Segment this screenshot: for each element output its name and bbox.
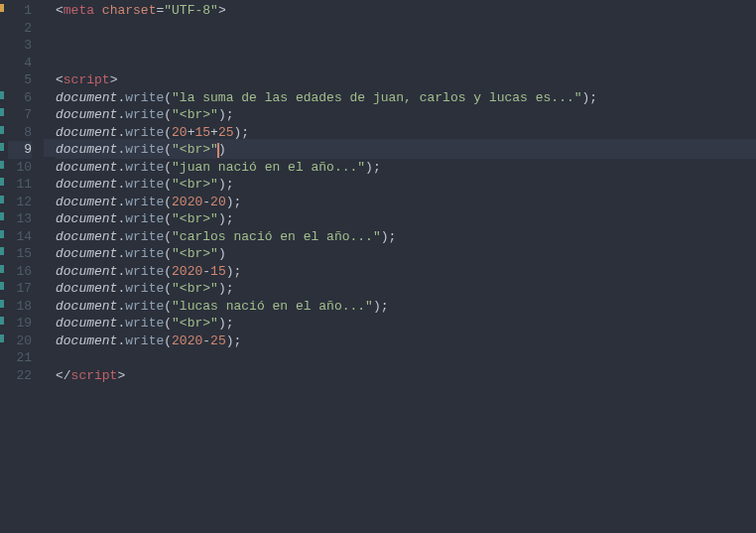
token-string: "<br>" — [172, 246, 218, 261]
line-numbers: 12345678910111213141516171819202122 — [8, 2, 32, 384]
line-number: 19 — [8, 315, 32, 333]
token-punct: ); — [226, 195, 242, 209]
token-string: "<br>" — [172, 211, 218, 226]
token-punct: ( — [164, 316, 172, 331]
text-cursor — [217, 143, 219, 158]
token-ident: document — [56, 125, 117, 140]
token-ident: document — [56, 264, 117, 279]
code-area[interactable]: <meta charset="UTF-8"><script>document.w… — [44, 0, 756, 533]
code-line[interactable]: document.write("carlos nació en el año..… — [56, 228, 756, 246]
token-punct: > — [218, 3, 226, 18]
token-number: 25 — [218, 125, 234, 140]
token-punct: ( — [164, 281, 172, 296]
line-number: 7 — [8, 106, 32, 124]
line-number: 20 — [8, 333, 32, 350]
gutter-mark — [0, 317, 4, 325]
code-line[interactable]: document.write("juan nació en el año..."… — [56, 159, 756, 177]
code-line[interactable]: document.write("<br>"); — [56, 106, 756, 124]
token-op: - — [202, 264, 210, 279]
code-line[interactable]: document.write(2020-20); — [56, 194, 756, 211]
token-method: write — [125, 281, 164, 296]
token-punct: ); — [234, 125, 250, 140]
token-method: write — [125, 177, 164, 192]
code-line[interactable]: document.write("<br>") — [56, 141, 756, 159]
token-string: "lucas nació en el año..." — [172, 299, 373, 314]
gutter-mark — [0, 282, 4, 290]
token-tag: script — [63, 72, 110, 87]
line-number: 3 — [8, 37, 32, 55]
gutter-mark — [0, 143, 4, 151]
token-punct: ); — [365, 160, 381, 175]
gutter-mark — [0, 300, 4, 308]
token-punct: ); — [381, 229, 397, 244]
token-number: 20 — [210, 195, 226, 209]
code-line[interactable]: document.write("<br>"); — [56, 176, 756, 194]
token-punct: ); — [218, 177, 234, 192]
token-tag: script — [71, 368, 118, 383]
token-method: write — [125, 125, 164, 140]
code-line[interactable]: document.write(2020-25); — [56, 333, 756, 350]
code-line[interactable]: document.write(20+15+25); — [56, 124, 756, 142]
line-gutter: 12345678910111213141516171819202122 — [0, 0, 44, 533]
code-line[interactable] — [56, 55, 756, 72]
token-method: write — [125, 90, 164, 105]
line-number: 9 — [8, 141, 32, 159]
code-line[interactable]: document.write("<br>"); — [56, 210, 756, 228]
token-punct: ( — [164, 229, 172, 244]
token-number: 20 — [172, 125, 188, 140]
gutter-mark — [0, 108, 4, 116]
token-ident: document — [56, 177, 117, 192]
line-number: 1 — [8, 2, 32, 20]
code-line[interactable]: <meta charset="UTF-8"> — [56, 2, 756, 20]
token-punct: ); — [373, 299, 389, 314]
token-string: "carlos nació en el año..." — [172, 229, 381, 244]
token-punct: ); — [226, 333, 242, 348]
token-punct: ( — [164, 333, 172, 348]
code-line[interactable] — [56, 349, 756, 367]
code-line[interactable]: document.write(2020-15); — [56, 263, 756, 281]
code-editor[interactable]: 12345678910111213141516171819202122 <met… — [0, 0, 756, 533]
token-attr: charset — [102, 3, 157, 18]
code-line[interactable]: document.write("la suma de las edades de… — [56, 89, 756, 107]
token-method: write — [125, 316, 164, 331]
token-op: - — [202, 333, 210, 348]
line-number: 6 — [8, 89, 32, 107]
token-punct: ); — [218, 107, 234, 122]
token-method: write — [125, 195, 164, 209]
gutter-mark — [0, 334, 4, 342]
token-ident: document — [56, 246, 117, 261]
code-line[interactable]: </script> — [56, 367, 756, 385]
token-ident: document — [56, 142, 117, 157]
token-punct: ( — [164, 211, 172, 226]
line-number: 2 — [8, 20, 32, 38]
line-number: 5 — [8, 71, 32, 89]
token-punct: ); — [582, 90, 598, 105]
token-punct: > — [110, 72, 118, 87]
token-ident: document — [56, 281, 117, 296]
token-ident: document — [56, 211, 117, 226]
line-number: 17 — [8, 280, 32, 298]
token-method: write — [125, 142, 164, 157]
code-line[interactable]: document.write("<br>") — [56, 245, 756, 263]
line-number: 18 — [8, 298, 32, 316]
token-punct: > — [117, 368, 125, 383]
token-punct: ( — [164, 195, 172, 209]
token-method: write — [125, 160, 164, 175]
token-method: write — [125, 333, 164, 348]
token-punct: ); — [218, 281, 234, 296]
code-line[interactable] — [56, 37, 756, 55]
token-punct: ) — [218, 142, 226, 157]
token-ident: document — [56, 107, 117, 122]
code-line[interactable]: <script> — [56, 71, 756, 89]
code-line[interactable]: document.write("<br>"); — [56, 315, 756, 333]
token-method: write — [125, 107, 164, 122]
line-number: 15 — [8, 245, 32, 263]
token-string: "<br>" — [172, 177, 218, 192]
code-line[interactable] — [56, 20, 756, 38]
token-punct — [94, 3, 102, 18]
code-line[interactable]: document.write("<br>"); — [56, 280, 756, 298]
code-line[interactable]: document.write("lucas nació en el año...… — [56, 298, 756, 316]
gutter-mark — [0, 196, 4, 203]
line-number: 16 — [8, 263, 32, 281]
token-punct: ( — [164, 299, 172, 314]
